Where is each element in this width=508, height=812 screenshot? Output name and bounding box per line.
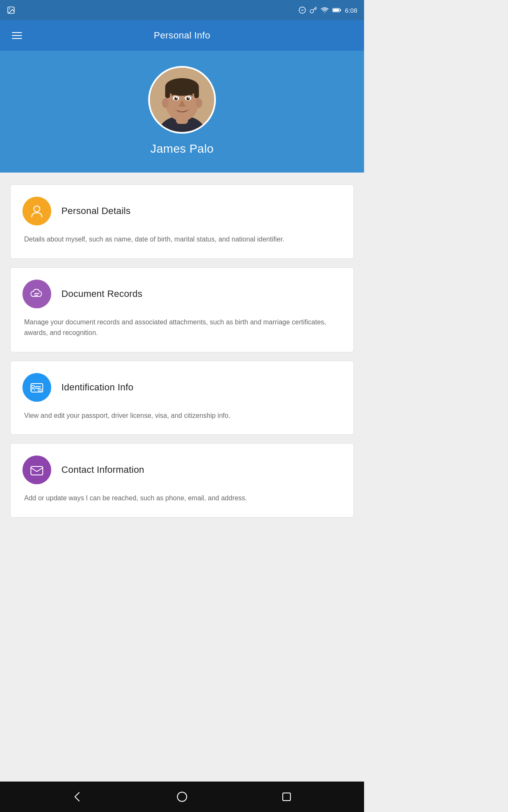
svg-point-14 <box>162 98 168 108</box>
card-header-contact: Contact Information <box>22 455 342 484</box>
svg-point-1 <box>9 8 10 9</box>
svg-point-22 <box>34 206 40 212</box>
svg-rect-12 <box>165 87 170 99</box>
card-header-personal: Personal Details <box>22 197 342 225</box>
page-title: Personal Info <box>25 30 339 41</box>
avatar-image <box>150 68 214 132</box>
identification-info-card[interactable]: Identification Info View and edit your p… <box>10 361 354 435</box>
document-records-title: Document Records <box>61 288 143 299</box>
id-card-icon <box>29 380 44 395</box>
status-bar-left <box>7 6 15 14</box>
minus-circle-icon <box>298 6 306 14</box>
svg-point-20 <box>176 97 177 99</box>
svg-rect-30 <box>31 466 43 475</box>
svg-point-15 <box>196 98 202 108</box>
home-icon <box>176 791 188 803</box>
identification-info-icon-circle <box>22 373 51 402</box>
svg-point-31 <box>177 792 187 801</box>
personal-details-description: Details about myself, such as name, date… <box>22 234 342 245</box>
personal-details-icon-circle <box>22 197 51 225</box>
document-records-description: Manage your document records and associa… <box>22 317 342 338</box>
contact-information-title: Contact Information <box>61 464 144 475</box>
status-bar: 6:08 <box>0 0 364 20</box>
main-content: Personal Details Details about myself, s… <box>0 173 364 782</box>
hamburger-menu-button[interactable] <box>8 29 25 42</box>
svg-point-28 <box>32 385 34 388</box>
wifi-icon <box>320 7 329 14</box>
app-bar: Personal Info <box>0 20 364 51</box>
card-header-identification: Identification Info <box>22 373 342 402</box>
card-header-documents: Document Records <box>22 280 342 308</box>
cloud-document-icon <box>29 286 44 302</box>
profile-header: James Palo <box>0 51 364 173</box>
svg-rect-32 <box>283 793 290 801</box>
profile-name: James Palo <box>150 142 213 156</box>
document-records-card[interactable]: Document Records Manage your document re… <box>10 267 354 352</box>
recents-icon <box>281 791 293 803</box>
bottom-nav <box>0 782 364 812</box>
personal-details-card[interactable]: Personal Details Details about myself, s… <box>10 184 354 259</box>
recents-button[interactable] <box>276 787 297 807</box>
svg-rect-13 <box>194 87 199 99</box>
contact-information-icon-circle <box>22 455 51 484</box>
contact-information-card[interactable]: Contact Information Add or update ways I… <box>10 443 354 518</box>
svg-point-11 <box>165 78 199 96</box>
key-icon <box>309 6 317 14</box>
clock: 6:08 <box>345 7 357 14</box>
identification-info-title: Identification Info <box>61 382 133 393</box>
envelope-icon <box>29 462 44 477</box>
svg-rect-5 <box>340 9 341 11</box>
image-icon <box>7 6 15 14</box>
contact-information-description: Add or update ways I can be reached, suc… <box>22 493 342 504</box>
battery-icon <box>332 7 342 13</box>
back-button[interactable] <box>67 787 88 807</box>
svg-rect-6 <box>333 9 339 11</box>
document-records-icon-circle <box>22 280 51 308</box>
svg-point-21 <box>188 97 189 99</box>
avatar[interactable] <box>148 66 216 134</box>
person-icon <box>29 203 44 219</box>
back-icon <box>72 791 83 803</box>
personal-details-title: Personal Details <box>61 206 130 217</box>
identification-info-description: View and edit your passport, driver lice… <box>22 410 342 421</box>
home-button[interactable] <box>172 787 192 807</box>
status-bar-right: 6:08 <box>298 6 357 14</box>
